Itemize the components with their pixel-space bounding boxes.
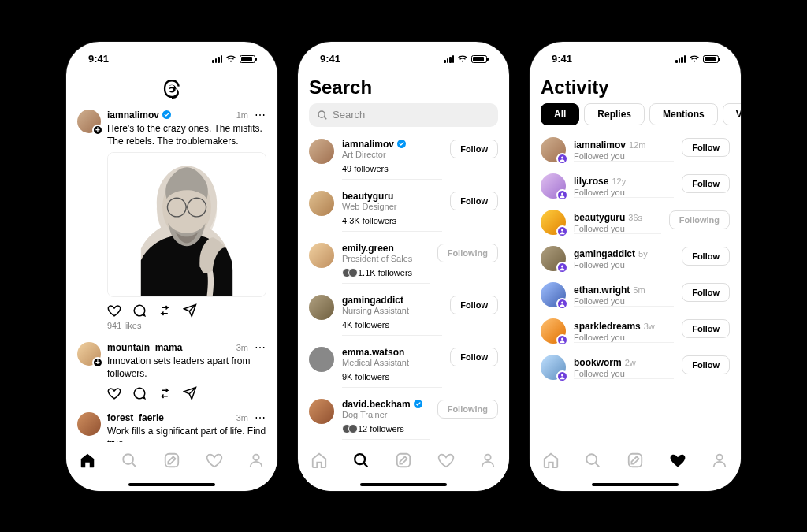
follow-button[interactable]: Follow	[682, 355, 730, 374]
avatar[interactable]	[77, 412, 101, 436]
avatar[interactable]	[77, 110, 101, 133]
activity-row[interactable]: gamingaddict5yFollowed youFollow	[530, 240, 741, 277]
search-result-row[interactable]: beautyguruWeb Designer4.3K followersFoll…	[298, 185, 509, 237]
follow-button[interactable]: Follow	[682, 247, 730, 266]
repost-icon[interactable]	[158, 303, 172, 318]
follow-button[interactable]: Following	[437, 400, 498, 419]
tab-compose[interactable]	[625, 450, 645, 471]
more-icon[interactable]: ⋯	[251, 342, 266, 353]
follow-button[interactable]: Follow	[682, 138, 730, 157]
avatar[interactable]	[541, 355, 566, 380]
tab-profile[interactable]	[709, 450, 730, 471]
activity-username[interactable]: iamnalimov	[574, 140, 626, 151]
avatar[interactable]	[541, 282, 566, 307]
send-icon[interactable]	[183, 386, 197, 400]
follow-button[interactable]: Follow	[450, 348, 498, 366]
avatar[interactable]	[309, 295, 334, 320]
avatar[interactable]	[541, 137, 566, 162]
add-badge-icon[interactable]	[92, 357, 103, 368]
activity-row[interactable]: iamnalimov12mFollowed youFollow	[530, 132, 741, 168]
repost-icon[interactable]	[158, 386, 172, 400]
activity-username[interactable]: lily.rose	[574, 176, 608, 187]
svg-point-15	[355, 454, 366, 464]
post-username[interactable]: iamnalimov	[107, 110, 159, 121]
post-username[interactable]: mountain_mama	[107, 342, 182, 353]
tab-search[interactable]	[582, 450, 603, 471]
send-icon[interactable]	[183, 303, 197, 318]
tab-activity[interactable]	[668, 450, 688, 471]
activity-username[interactable]: bookworm	[574, 357, 622, 368]
result-username[interactable]: iamnalimov	[342, 139, 394, 150]
activity-tab[interactable]: Replies	[584, 103, 645, 125]
follow-button[interactable]: Follow	[450, 192, 498, 210]
follow-button[interactable]: Follow	[450, 296, 498, 314]
avatar[interactable]	[309, 347, 334, 372]
follow-button[interactable]: Follow	[682, 174, 730, 193]
search-input[interactable]: Search	[309, 103, 498, 127]
result-username[interactable]: emily.green	[342, 243, 394, 254]
follow-button[interactable]: Following	[669, 210, 730, 229]
search-result-row[interactable]: emma.watsonMedical Assistant9K followers…	[298, 341, 509, 393]
follow-button[interactable]: Following	[437, 244, 498, 262]
activity-row[interactable]: sparkledreams3wFollowed youFollow	[530, 313, 741, 349]
search-result-row[interactable]: emily.greenPresident of Sales1.1K follow…	[298, 237, 509, 289]
add-badge-icon[interactable]	[92, 125, 103, 136]
activity-username[interactable]: gamingaddict	[574, 248, 635, 259]
post-image[interactable]	[107, 152, 266, 297]
more-icon[interactable]: ⋯	[251, 110, 266, 121]
result-username[interactable]: david.beckham	[342, 399, 411, 410]
tab-compose[interactable]	[393, 450, 414, 471]
search-result-row[interactable]: david.beckhamDog Trainer12 followersFoll…	[298, 393, 509, 442]
activity-row[interactable]: lily.rose12yFollowed youFollow	[530, 168, 741, 204]
search-result-row[interactable]: gamingaddictNursing Assistant4K follower…	[298, 289, 509, 341]
result-username[interactable]: gamingaddict	[342, 295, 404, 306]
profile-icon	[711, 452, 728, 469]
avatar[interactable]	[309, 243, 334, 268]
result-followers: 1.1K followers	[342, 268, 430, 277]
avatar[interactable]	[309, 191, 334, 216]
tab-search[interactable]	[119, 450, 139, 471]
avatar[interactable]	[309, 399, 334, 424]
tab-search[interactable]	[351, 450, 371, 471]
activity-username[interactable]: beautyguru	[574, 212, 625, 223]
tab-home[interactable]	[77, 450, 98, 471]
follow-button[interactable]: Follow	[682, 283, 730, 302]
activity-username[interactable]: ethan.wright	[574, 285, 630, 296]
tab-home[interactable]	[541, 450, 561, 471]
activity-tab[interactable]: Mentions	[649, 103, 718, 125]
avatar[interactable]	[77, 342, 101, 366]
avatar[interactable]	[541, 210, 566, 235]
tab-activity[interactable]	[436, 450, 456, 471]
avatar[interactable]	[541, 246, 566, 271]
tab-activity[interactable]	[204, 450, 225, 471]
like-icon[interactable]	[107, 303, 121, 318]
result-followers: 49 followers	[342, 164, 442, 173]
activity-tab[interactable]: Verified	[723, 103, 741, 125]
comment-icon[interactable]	[132, 303, 147, 318]
comment-icon[interactable]	[132, 386, 147, 400]
phone-activity: 9:41 Activity AllRepliesMentionsVerified…	[530, 42, 741, 491]
activity-tab[interactable]: All	[541, 103, 579, 125]
tab-home[interactable]	[309, 450, 329, 471]
post-username[interactable]: forest_faerie	[107, 412, 164, 423]
like-icon[interactable]	[107, 386, 121, 400]
activity-time: 5y	[638, 249, 648, 259]
activity-row[interactable]: ethan.wright5mFollowed youFollow	[530, 277, 741, 313]
tab-profile[interactable]	[478, 450, 498, 471]
activity-row[interactable]: beautyguru36sFollowed youFollowing	[530, 204, 741, 240]
tab-compose[interactable]	[162, 450, 182, 471]
result-username[interactable]: beautyguru	[342, 191, 393, 202]
result-username[interactable]: emma.watson	[342, 347, 404, 358]
more-icon[interactable]: ⋯	[251, 412, 266, 423]
tab-profile[interactable]	[246, 450, 266, 471]
follow-button[interactable]: Follow	[450, 140, 498, 158]
avatar[interactable]	[309, 139, 334, 164]
avatar[interactable]	[541, 173, 566, 199]
activity-row[interactable]: bookworm2wFollowed youFollow	[530, 349, 741, 385]
likes-count[interactable]: 941 likes	[107, 321, 266, 330]
svg-rect-17	[397, 453, 411, 467]
follow-button[interactable]: Follow	[682, 319, 730, 338]
activity-username[interactable]: sparkledreams	[574, 321, 641, 332]
search-result-row[interactable]: iamnalimovArt Director49 followersFollow	[298, 133, 509, 185]
avatar[interactable]	[541, 318, 566, 344]
